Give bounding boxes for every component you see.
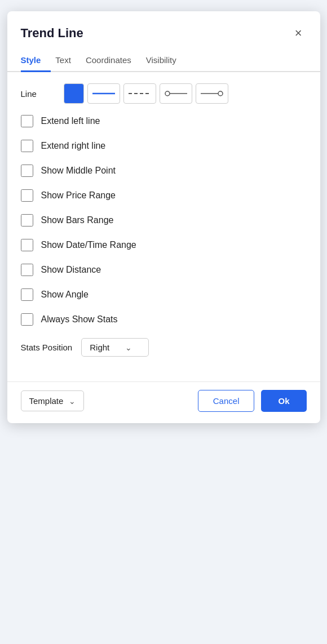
trend-line-dialog: Trend Line × Style Text Coordinates Visi…: [7, 11, 320, 423]
dashed-line-icon: [129, 90, 151, 97]
line-row: Line: [21, 83, 307, 104]
always-stats-checkbox[interactable]: [21, 313, 33, 326]
extend-left-label: Extend left line: [41, 116, 100, 126]
show-distance-checkbox[interactable]: [21, 264, 33, 276]
template-label: Template: [29, 396, 64, 406]
show-bars-checkbox[interactable]: [21, 214, 33, 226]
dialog-footer: Template ⌄ Cancel Ok: [7, 381, 320, 423]
tab-content: Line: [7, 72, 320, 377]
tab-bar: Style Text Coordinates Visibility: [7, 50, 320, 72]
checkbox-show-distance: Show Distance: [21, 264, 307, 276]
show-datetime-checkbox[interactable]: [21, 239, 33, 251]
show-price-label: Show Price Range: [41, 190, 116, 201]
always-stats-label: Always Show Stats: [41, 314, 118, 325]
show-datetime-label: Show Date/Time Range: [41, 240, 136, 250]
stats-position-label: Stats Position: [21, 343, 73, 352]
line-style-dashed[interactable]: [123, 83, 156, 104]
stats-position-row: Stats Position Right ⌄: [21, 338, 307, 357]
extend-right-checkbox[interactable]: [21, 140, 33, 152]
stats-position-value: Right: [90, 343, 109, 352]
show-price-checkbox[interactable]: [21, 189, 33, 202]
show-middle-checkbox[interactable]: [21, 165, 33, 177]
extend-right-label: Extend right line: [41, 141, 106, 151]
checkbox-extend-left: Extend left line: [21, 115, 307, 127]
checkbox-show-middle: Show Middle Point: [21, 165, 307, 177]
dialog-header: Trend Line ×: [7, 11, 320, 47]
tab-text[interactable]: Text: [55, 50, 81, 72]
template-chevron-icon: ⌄: [69, 397, 76, 406]
chevron-down-icon: ⌄: [125, 343, 132, 352]
show-distance-label: Show Distance: [41, 265, 101, 275]
line-color-swatch[interactable]: [64, 83, 84, 104]
tab-coordinates[interactable]: Coordinates: [86, 50, 142, 72]
circle-right-line-icon: [201, 90, 223, 97]
show-angle-checkbox[interactable]: [21, 288, 33, 301]
stats-position-select[interactable]: Right ⌄: [81, 338, 149, 357]
show-angle-label: Show Angle: [41, 290, 89, 300]
checkbox-show-price: Show Price Range: [21, 189, 307, 202]
checkbox-show-angle: Show Angle: [21, 288, 307, 301]
line-style-circle-right[interactable]: [196, 83, 228, 104]
tab-style[interactable]: Style: [21, 50, 51, 72]
cancel-button[interactable]: Cancel: [198, 390, 255, 412]
checkbox-show-datetime: Show Date/Time Range: [21, 239, 307, 251]
dialog-title: Trend Line: [21, 26, 83, 41]
ok-button[interactable]: Ok: [261, 390, 306, 412]
solid-line-icon: [92, 90, 115, 97]
circle-left-line-icon: [165, 90, 187, 97]
checkbox-always-stats: Always Show Stats: [21, 313, 307, 326]
template-dropdown[interactable]: Template ⌄: [21, 390, 85, 411]
show-middle-label: Show Middle Point: [41, 166, 116, 176]
close-button[interactable]: ×: [290, 24, 307, 43]
footer-actions: Cancel Ok: [198, 390, 307, 412]
checkbox-show-bars: Show Bars Range: [21, 214, 307, 226]
line-style-solid[interactable]: [87, 83, 120, 104]
checkbox-extend-right: Extend right line: [21, 140, 307, 152]
line-controls: [64, 83, 228, 104]
svg-point-5: [218, 91, 223, 96]
extend-left-checkbox[interactable]: [21, 115, 33, 127]
show-bars-label: Show Bars Range: [41, 215, 114, 225]
line-label: Line: [21, 89, 55, 99]
line-style-circle-left[interactable]: [160, 83, 192, 104]
svg-point-2: [165, 91, 170, 96]
tab-visibility[interactable]: Visibility: [146, 50, 187, 72]
